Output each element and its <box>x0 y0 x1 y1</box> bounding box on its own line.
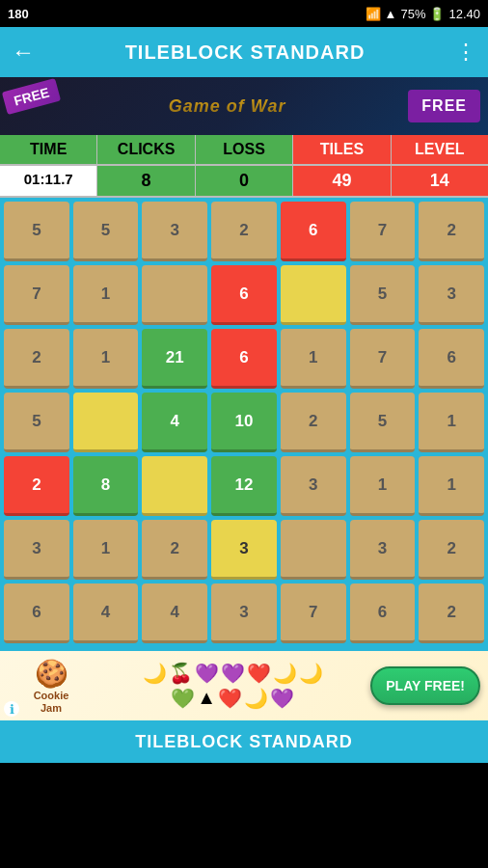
ad-banner-top[interactable]: FREE Game of War FREE <box>0 77 488 135</box>
tile[interactable]: 5 <box>4 202 69 261</box>
tile[interactable]: 5 <box>350 265 416 325</box>
tile[interactable]: 3 <box>211 520 277 580</box>
grid-row: 6443762 <box>4 583 484 643</box>
cookie-jam-text: CookieJam <box>34 690 69 713</box>
tile[interactable]: 12 <box>211 456 277 516</box>
tile[interactable]: 10 <box>211 393 277 452</box>
status-number: 180 <box>8 7 29 21</box>
tile[interactable]: 3 <box>419 265 484 325</box>
tile[interactable]: 6 <box>4 583 69 643</box>
back-button[interactable]: ← <box>12 39 35 66</box>
stat-time-header: TIME <box>0 135 97 164</box>
info-icon-bottom: ℹ <box>4 701 19 717</box>
tile[interactable] <box>281 520 346 580</box>
menu-button[interactable]: ⋮ <box>455 40 476 65</box>
bottom-bar-title: TILEBLOCK STANDARD <box>135 732 353 752</box>
stat-time-value: 01:11.7 <box>0 166 97 196</box>
battery-pct: 75% <box>400 7 425 21</box>
grid-row: 312332 <box>4 520 484 580</box>
grid-row: 5410251 <box>4 393 484 452</box>
play-free-button[interactable]: PLAY FREE! <box>370 666 480 705</box>
stats-header: TIME CLICKS LOSS TILES LEVEL <box>0 135 488 166</box>
grid-row: 21216176 <box>4 329 484 389</box>
ad-game-title: Game of War <box>8 96 408 117</box>
cookie-icons: 🌙🍒💜 💜❤️🌙 🌙💚▲ ❤️🌙💜 <box>136 662 329 710</box>
clock: 12.40 <box>448 7 480 21</box>
stat-loss-value: 0 <box>196 166 293 196</box>
tile[interactable]: 6 <box>281 202 346 261</box>
game-grid[interactable]: 5532672716532121617654102512812311312332… <box>0 198 488 651</box>
tile[interactable]: 6 <box>211 265 277 325</box>
tile[interactable]: 1 <box>73 329 139 389</box>
ad-free-button[interactable]: FREE <box>408 90 480 122</box>
tile[interactable]: 5 <box>350 393 416 452</box>
status-icons: 📶 ▲ 75% 🔋 12.40 <box>366 7 480 21</box>
ad-banner-bottom[interactable]: ℹ 🍪 CookieJam 🌙🍒💜 💜❤️🌙 🌙💚▲ ❤️🌙💜 PLAY FRE… <box>0 651 488 720</box>
tile[interactable]: 7 <box>281 583 346 643</box>
cookie-jam-logo: 🍪 CookieJam <box>8 658 95 713</box>
tile[interactable] <box>142 265 207 325</box>
tile[interactable]: 2 <box>281 393 346 452</box>
stats-values: 01:11.7 8 0 49 14 <box>0 166 488 198</box>
tile[interactable]: 2 <box>419 520 484 580</box>
battery-icon: 🔋 <box>429 7 445 21</box>
tile[interactable]: 3 <box>142 202 207 261</box>
tile[interactable]: 6 <box>419 329 484 389</box>
tile[interactable]: 2 <box>4 456 69 516</box>
stat-clicks-value: 8 <box>97 166 195 196</box>
tile[interactable] <box>142 456 207 516</box>
tile[interactable]: 4 <box>73 583 139 643</box>
tile[interactable]: 7 <box>350 202 416 261</box>
stat-loss-header: LOSS <box>196 135 293 164</box>
stat-clicks-header: CLICKS <box>97 135 195 164</box>
wifi-icon: 📶 <box>366 7 381 21</box>
tile[interactable]: 2 <box>142 520 207 580</box>
status-bar: 180 📶 ▲ 75% 🔋 12.40 <box>0 0 488 27</box>
tile[interactable]: 7 <box>4 265 69 325</box>
tile[interactable]: 4 <box>142 583 207 643</box>
tile[interactable]: 1 <box>73 520 139 580</box>
stat-level-header: LEVEL <box>392 135 488 164</box>
top-bar: ← TILEBLOCK STANDARD ⋮ <box>0 27 488 77</box>
tile[interactable]: 3 <box>211 583 277 643</box>
tile[interactable]: 8 <box>73 456 139 516</box>
tile[interactable]: 1 <box>281 329 346 389</box>
bottom-bar: TILEBLOCK STANDARD <box>0 720 488 763</box>
stat-tiles-header: TILES <box>293 135 391 164</box>
tile[interactable]: 1 <box>350 456 416 516</box>
tile[interactable]: 5 <box>73 202 139 261</box>
top-bar-title: TILEBLOCK STANDARD <box>125 41 366 64</box>
grid-row: 2812311 <box>4 456 484 516</box>
grid-row: 71653 <box>4 265 484 325</box>
tile[interactable]: 2 <box>419 583 484 643</box>
grid-row: 5532672 <box>4 202 484 261</box>
tile[interactable]: 3 <box>281 456 346 516</box>
tile[interactable]: 5 <box>4 393 69 452</box>
tile[interactable]: 3 <box>350 520 416 580</box>
tile[interactable]: 2 <box>4 329 69 389</box>
tile[interactable]: 3 <box>4 520 69 580</box>
signal-icon: ▲ <box>385 7 397 21</box>
tile[interactable]: 1 <box>419 456 484 516</box>
tile[interactable]: 2 <box>419 202 484 261</box>
tile[interactable] <box>73 393 139 452</box>
tile[interactable]: 2 <box>211 202 277 261</box>
tile[interactable]: 6 <box>211 329 277 389</box>
tile[interactable]: 6 <box>350 583 416 643</box>
stat-level-value: 14 <box>392 166 488 196</box>
tile[interactable]: 21 <box>142 329 207 389</box>
tile[interactable]: 4 <box>142 393 207 452</box>
stat-tiles-value: 49 <box>293 166 391 196</box>
tile[interactable]: 1 <box>419 393 484 452</box>
tile[interactable]: 1 <box>73 265 139 325</box>
tile[interactable] <box>281 265 346 325</box>
tile[interactable]: 7 <box>350 329 416 389</box>
